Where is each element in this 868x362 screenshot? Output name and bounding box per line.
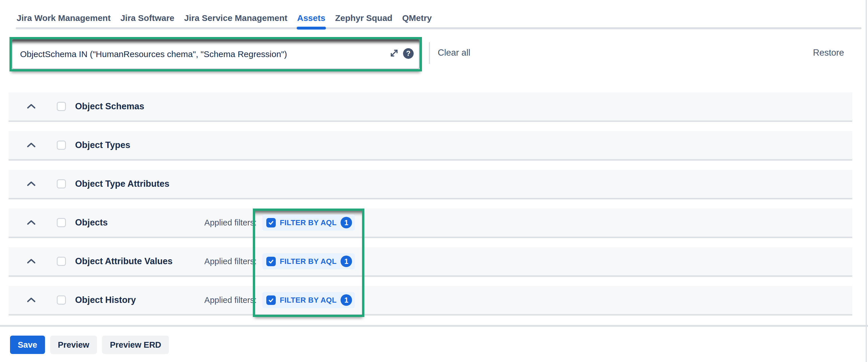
filter-by-aql-chip[interactable]: FILTER BY AQL 1 (262, 215, 355, 231)
aql-query-input[interactable]: ObjectSchema IN ("HumanResources chema",… (12, 39, 420, 69)
chip-count-badge: 1 (341, 255, 352, 267)
connector-config-page: Jira Work Management Jira Software Jira … (0, 0, 868, 362)
chip-label: FILTER BY AQL (280, 218, 337, 227)
section-row-object-types: Object Types (9, 131, 852, 161)
chip-count-badge: 1 (341, 294, 352, 306)
tab-zephyr-squad[interactable]: Zephyr Squad (335, 12, 393, 30)
section-checkbox[interactable] (57, 296, 66, 305)
section-row-object-schemas: Object Schemas (9, 92, 852, 122)
section-checkbox[interactable] (57, 141, 66, 150)
preview-button[interactable]: Preview (50, 336, 97, 354)
section-checkbox[interactable] (57, 179, 66, 188)
chip-checked-checkbox[interactable] (266, 218, 276, 228)
chip-count-badge: 1 (341, 217, 352, 228)
product-tab-bar: Jira Work Management Jira Software Jira … (17, 12, 432, 30)
tab-jira-software[interactable]: Jira Software (120, 12, 174, 30)
help-icon[interactable]: ? (403, 48, 414, 59)
filter-by-aql-chip[interactable]: FILTER BY AQL 1 (262, 253, 355, 269)
section-row-object-history: Object History Applied filters: FILTER B… (9, 286, 852, 315)
footer-divider (0, 325, 868, 327)
aql-bar-separator (429, 42, 430, 64)
section-label: Object Schemas (75, 101, 144, 112)
section-label: Object Attribute Values (75, 256, 173, 267)
aql-query-value: ObjectSchema IN ("HumanResources chema",… (20, 49, 287, 59)
preview-erd-button[interactable]: Preview ERD (102, 336, 169, 354)
chip-label: FILTER BY AQL (280, 296, 337, 305)
section-checkbox[interactable] (57, 257, 66, 266)
collapse-chevron-icon[interactable] (26, 103, 36, 110)
tab-jira-service-management[interactable]: Jira Service Management (184, 12, 287, 30)
section-row-objects: Objects Applied filters: FILTER BY AQL 1 (9, 209, 852, 238)
section-label: Objects (75, 217, 108, 228)
chip-label: FILTER BY AQL (280, 257, 337, 266)
tab-qmetry[interactable]: QMetry (402, 12, 432, 30)
applied-filters-label: Applied filters: (163, 257, 256, 266)
collapse-chevron-icon[interactable] (26, 219, 36, 226)
expand-icon[interactable] (389, 47, 400, 59)
section-label: Object Types (75, 140, 130, 150)
checkmark-icon (268, 220, 274, 226)
applied-filters-label: Applied filters: (163, 296, 256, 305)
collapse-chevron-icon[interactable] (26, 180, 36, 187)
filter-by-aql-chip[interactable]: FILTER BY AQL 1 (262, 292, 355, 308)
section-row-object-type-attributes: Object Type Attributes (9, 170, 852, 199)
footer-actions: Save Preview Preview ERD (10, 336, 169, 354)
checkmark-icon (268, 297, 274, 303)
section-checkbox[interactable] (57, 218, 66, 227)
clear-all-link[interactable]: Clear all (438, 48, 470, 58)
checkmark-icon (268, 259, 274, 265)
section-checkbox[interactable] (57, 102, 66, 111)
applied-filters-label: Applied filters: (163, 218, 256, 228)
section-row-object-attribute-values: Object Attribute Values Applied filters:… (9, 247, 852, 277)
chip-checked-checkbox[interactable] (266, 296, 276, 305)
save-button[interactable]: Save (10, 336, 45, 354)
collapse-chevron-icon[interactable] (26, 297, 36, 303)
section-label: Object History (75, 295, 136, 305)
panel-right-border (866, 0, 867, 362)
tab-assets[interactable]: Assets (297, 12, 326, 30)
collapse-chevron-icon[interactable] (26, 258, 36, 265)
chip-checked-checkbox[interactable] (266, 257, 276, 266)
section-label: Object Type Attributes (75, 179, 169, 189)
collapse-chevron-icon[interactable] (26, 142, 36, 149)
tab-jira-work-management[interactable]: Jira Work Management (17, 12, 111, 30)
restore-link[interactable]: Restore (813, 48, 844, 58)
